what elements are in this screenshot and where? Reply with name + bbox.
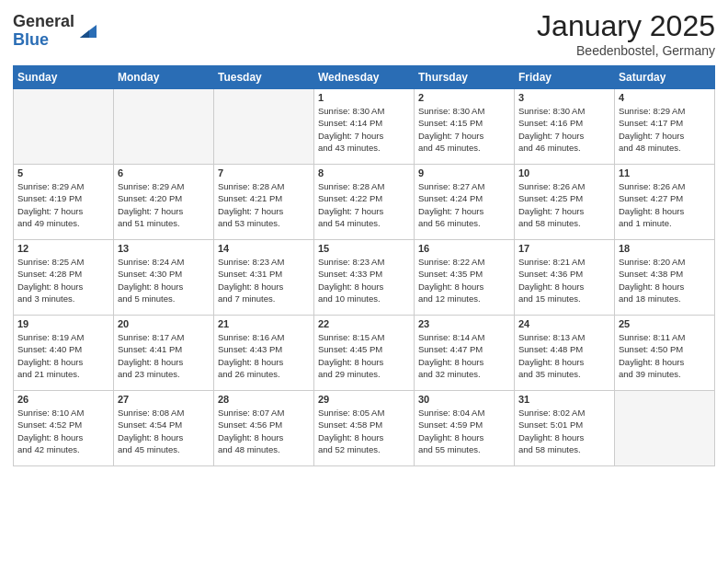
day-number: 23: [418, 318, 510, 329]
weekday-monday: Monday: [114, 66, 214, 89]
weekday-saturday: Saturday: [615, 66, 715, 89]
svg-marker-1: [80, 30, 89, 38]
calendar-cell: 7Sunrise: 8:28 AMSunset: 4:21 PMDaylight…: [214, 165, 314, 240]
day-number: 27: [118, 394, 210, 405]
calendar-cell: 24Sunrise: 8:13 AMSunset: 4:48 PMDayligh…: [515, 316, 615, 391]
calendar-week-3: 12Sunrise: 8:25 AMSunset: 4:28 PMDayligh…: [14, 240, 715, 316]
weekday-tuesday: Tuesday: [214, 66, 314, 89]
logo-text: General Blue: [13, 13, 74, 50]
day-info: Sunrise: 8:26 AMSunset: 4:25 PMDaylight:…: [518, 180, 610, 229]
day-info: Sunrise: 8:11 AMSunset: 4:50 PMDaylight:…: [619, 331, 711, 380]
calendar-cell: 10Sunrise: 8:26 AMSunset: 4:25 PMDayligh…: [515, 165, 615, 240]
weekday-thursday: Thursday: [415, 66, 515, 89]
calendar-cell: 5Sunrise: 8:29 AMSunset: 4:19 PMDaylight…: [14, 165, 114, 240]
calendar-cell: 2Sunrise: 8:30 AMSunset: 4:15 PMDaylight…: [415, 89, 515, 165]
calendar-cell: [615, 391, 715, 466]
day-number: 10: [518, 167, 610, 178]
day-number: 17: [518, 243, 610, 254]
calendar-cell: [14, 89, 114, 165]
calendar-cell: 25Sunrise: 8:11 AMSunset: 4:50 PMDayligh…: [615, 316, 715, 391]
logo-icon: [76, 21, 97, 41]
calendar-week-2: 5Sunrise: 8:29 AMSunset: 4:19 PMDaylight…: [14, 165, 715, 240]
day-number: 4: [619, 92, 711, 103]
day-info: Sunrise: 8:30 AMSunset: 4:15 PMDaylight:…: [418, 105, 510, 154]
day-number: 29: [318, 394, 410, 405]
day-info: Sunrise: 8:14 AMSunset: 4:47 PMDaylight:…: [418, 331, 510, 380]
day-number: 14: [218, 243, 310, 254]
calendar-cell: 17Sunrise: 8:21 AMSunset: 4:36 PMDayligh…: [515, 240, 615, 316]
calendar-cell: 8Sunrise: 8:28 AMSunset: 4:22 PMDaylight…: [314, 165, 415, 240]
month-title: January 2025: [537, 9, 715, 43]
day-number: 7: [218, 167, 310, 178]
day-info: Sunrise: 8:20 AMSunset: 4:38 PMDaylight:…: [619, 256, 711, 304]
day-info: Sunrise: 8:10 AMSunset: 4:52 PMDaylight:…: [17, 407, 109, 455]
day-number: 3: [518, 92, 610, 103]
day-number: 6: [118, 167, 210, 178]
day-info: Sunrise: 8:22 AMSunset: 4:35 PMDaylight:…: [418, 256, 510, 304]
calendar-week-5: 26Sunrise: 8:10 AMSunset: 4:52 PMDayligh…: [14, 391, 715, 466]
day-number: 2: [418, 92, 510, 103]
calendar-cell: 16Sunrise: 8:22 AMSunset: 4:35 PMDayligh…: [415, 240, 515, 316]
calendar-cell: 30Sunrise: 8:04 AMSunset: 4:59 PMDayligh…: [415, 391, 515, 466]
calendar-cell: 29Sunrise: 8:05 AMSunset: 4:58 PMDayligh…: [314, 391, 415, 466]
day-number: 30: [418, 394, 510, 405]
calendar-cell: 6Sunrise: 8:29 AMSunset: 4:20 PMDaylight…: [114, 165, 214, 240]
weekday-wednesday: Wednesday: [314, 66, 415, 89]
day-number: 5: [17, 167, 109, 178]
calendar-cell: 27Sunrise: 8:08 AMSunset: 4:54 PMDayligh…: [114, 391, 214, 466]
calendar-cell: 23Sunrise: 8:14 AMSunset: 4:47 PMDayligh…: [415, 316, 515, 391]
title-block: January 2025 Beedenbostel, Germany: [537, 9, 715, 58]
calendar-cell: [114, 89, 214, 165]
day-info: Sunrise: 8:29 AMSunset: 4:20 PMDaylight:…: [118, 180, 210, 229]
calendar-cell: 18Sunrise: 8:20 AMSunset: 4:38 PMDayligh…: [615, 240, 715, 316]
calendar-cell: 15Sunrise: 8:23 AMSunset: 4:33 PMDayligh…: [314, 240, 415, 316]
day-info: Sunrise: 8:05 AMSunset: 4:58 PMDaylight:…: [318, 407, 410, 455]
day-number: 16: [418, 243, 510, 254]
day-number: 22: [318, 318, 410, 329]
day-number: 19: [17, 318, 109, 329]
logo: General Blue: [13, 13, 97, 50]
page-container: General Blue January 2025 Beedenbostel, …: [0, 0, 728, 476]
day-info: Sunrise: 8:19 AMSunset: 4:40 PMDaylight:…: [17, 331, 109, 380]
day-info: Sunrise: 8:29 AMSunset: 4:17 PMDaylight:…: [619, 105, 711, 154]
calendar-cell: 1Sunrise: 8:30 AMSunset: 4:14 PMDaylight…: [314, 89, 415, 165]
day-number: 8: [318, 167, 410, 178]
day-info: Sunrise: 8:25 AMSunset: 4:28 PMDaylight:…: [17, 256, 109, 304]
day-number: 31: [518, 394, 610, 405]
day-info: Sunrise: 8:27 AMSunset: 4:24 PMDaylight:…: [418, 180, 510, 229]
day-info: Sunrise: 8:29 AMSunset: 4:19 PMDaylight:…: [17, 180, 109, 229]
calendar-cell: 13Sunrise: 8:24 AMSunset: 4:30 PMDayligh…: [114, 240, 214, 316]
logo-general: General: [13, 13, 74, 31]
calendar-cell: 12Sunrise: 8:25 AMSunset: 4:28 PMDayligh…: [14, 240, 114, 316]
day-info: Sunrise: 8:04 AMSunset: 4:59 PMDaylight:…: [418, 407, 510, 455]
location: Beedenbostel, Germany: [537, 43, 715, 58]
day-info: Sunrise: 8:30 AMSunset: 4:14 PMDaylight:…: [318, 105, 410, 154]
day-number: 21: [218, 318, 310, 329]
calendar-cell: 22Sunrise: 8:15 AMSunset: 4:45 PMDayligh…: [314, 316, 415, 391]
calendar-cell: 11Sunrise: 8:26 AMSunset: 4:27 PMDayligh…: [615, 165, 715, 240]
day-info: Sunrise: 8:07 AMSunset: 4:56 PMDaylight:…: [218, 407, 310, 455]
day-number: 26: [17, 394, 109, 405]
day-info: Sunrise: 8:24 AMSunset: 4:30 PMDaylight:…: [118, 256, 210, 304]
calendar-cell: 9Sunrise: 8:27 AMSunset: 4:24 PMDaylight…: [415, 165, 515, 240]
day-number: 1: [318, 92, 410, 103]
day-number: 9: [418, 167, 510, 178]
calendar-cell: 28Sunrise: 8:07 AMSunset: 4:56 PMDayligh…: [214, 391, 314, 466]
calendar-week-4: 19Sunrise: 8:19 AMSunset: 4:40 PMDayligh…: [14, 316, 715, 391]
day-info: Sunrise: 8:26 AMSunset: 4:27 PMDaylight:…: [619, 180, 711, 229]
day-number: 25: [619, 318, 711, 329]
weekday-row: Sunday Monday Tuesday Wednesday Thursday…: [14, 66, 715, 89]
day-info: Sunrise: 8:23 AMSunset: 4:31 PMDaylight:…: [218, 256, 310, 304]
calendar-table: Sunday Monday Tuesday Wednesday Thursday…: [13, 65, 715, 466]
day-info: Sunrise: 8:28 AMSunset: 4:22 PMDaylight:…: [318, 180, 410, 229]
day-info: Sunrise: 8:28 AMSunset: 4:21 PMDaylight:…: [218, 180, 310, 229]
day-number: 12: [17, 243, 109, 254]
day-info: Sunrise: 8:02 AMSunset: 5:01 PMDaylight:…: [518, 407, 610, 455]
day-number: 15: [318, 243, 410, 254]
header: General Blue January 2025 Beedenbostel, …: [13, 9, 715, 58]
calendar-cell: 4Sunrise: 8:29 AMSunset: 4:17 PMDaylight…: [615, 89, 715, 165]
day-number: 18: [619, 243, 711, 254]
calendar-header: Sunday Monday Tuesday Wednesday Thursday…: [14, 66, 715, 89]
day-info: Sunrise: 8:23 AMSunset: 4:33 PMDaylight:…: [318, 256, 410, 304]
day-number: 13: [118, 243, 210, 254]
